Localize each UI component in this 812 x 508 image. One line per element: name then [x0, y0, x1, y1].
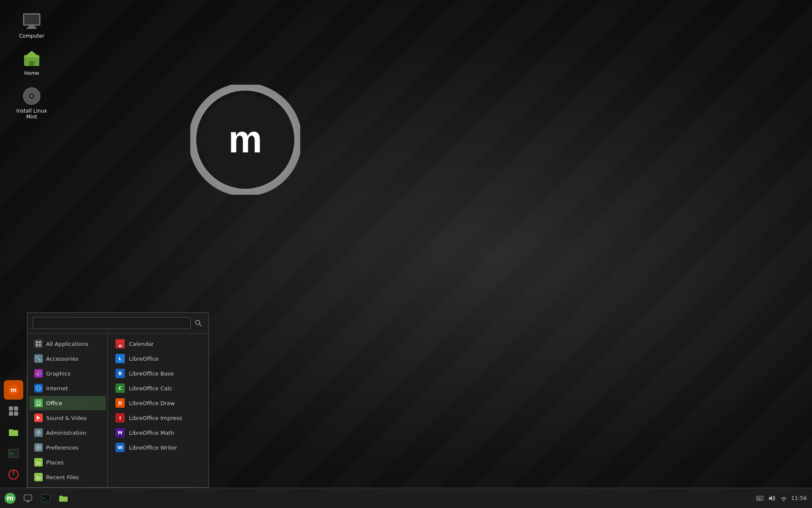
- desktop: m Computer: [0, 0, 812, 508]
- app-libreoffice-writer[interactable]: W LibreOffice Writer: [110, 440, 207, 455]
- network-tray-icon[interactable]: [779, 494, 788, 502]
- category-places[interactable]: Places: [29, 455, 106, 469]
- svg-rect-6: [27, 28, 37, 29]
- svg-marker-8: [23, 51, 40, 58]
- svg-point-33: [39, 374, 41, 375]
- places-label: Places: [46, 459, 63, 466]
- libreoffice-calc-label: LibreOffice Calc: [129, 385, 172, 392]
- volume-tray-icon[interactable]: [768, 494, 776, 502]
- desktop-icon-computer[interactable]: Computer: [13, 8, 51, 41]
- panel-files-btn[interactable]: [4, 422, 23, 442]
- panel-apps-btn[interactable]: [4, 401, 23, 421]
- svg-text:>_: >_: [10, 451, 16, 456]
- category-all[interactable]: All Applications: [29, 337, 106, 351]
- svg-rect-60: [761, 497, 762, 498]
- svg-rect-61: [757, 499, 762, 500]
- svg-point-30: [36, 371, 41, 376]
- taskbar-files-btn[interactable]: [55, 490, 72, 507]
- office-icon: [34, 399, 43, 407]
- libreoffice-writer-icon: W: [115, 443, 125, 452]
- app-libreoffice[interactable]: L LibreOffice: [110, 351, 207, 366]
- category-internet[interactable]: Internet: [29, 381, 106, 395]
- svg-point-32: [39, 372, 40, 373]
- category-sound-video[interactable]: Sound & Video: [29, 411, 106, 425]
- taskbar-right: 11:56: [751, 494, 812, 502]
- menu-body: All Applications 🔧 Accessories Graphics: [27, 334, 208, 487]
- svg-marker-41: [37, 416, 40, 420]
- panel-terminal-btn[interactable]: >_: [4, 444, 23, 463]
- taskbar-mint-icon: m: [4, 492, 16, 504]
- taskbar-terminal-btn[interactable]: >_: [37, 490, 54, 507]
- libreoffice-label: LibreOffice: [129, 356, 159, 362]
- category-graphics[interactable]: Graphics: [29, 366, 106, 381]
- svg-rect-18: [14, 411, 18, 416]
- accessories-icon: 🔧: [34, 354, 43, 363]
- category-preferences[interactable]: Preferences: [29, 440, 106, 455]
- places-icon: [34, 458, 43, 467]
- taskbar-showdesktop-btn[interactable]: [19, 490, 36, 507]
- menu-apps: 📅 Calendar L LibreOffice B LibreOf: [108, 334, 208, 487]
- search-input[interactable]: [33, 317, 191, 329]
- menu-container: All Applications 🔧 Accessories Graphics: [27, 312, 209, 488]
- libreoffice-math-label: LibreOffice Math: [129, 430, 174, 436]
- svg-text:m: m: [10, 387, 16, 393]
- mintmenu-icon: m: [8, 384, 19, 396]
- install-label: Install Linux Mint: [15, 108, 48, 120]
- apps-icon: [8, 406, 19, 417]
- svg-rect-9: [29, 61, 34, 66]
- preferences-label: Preferences: [46, 444, 78, 451]
- svg-rect-57: [757, 496, 763, 500]
- svg-rect-58: [757, 497, 758, 498]
- svg-point-12: [31, 95, 33, 97]
- app-libreoffice-base[interactable]: B LibreOffice Base: [110, 366, 207, 381]
- app-calendar[interactable]: 📅 Calendar: [110, 337, 207, 351]
- libreoffice-impress-icon: I: [115, 413, 125, 422]
- preferences-icon: [34, 443, 43, 452]
- category-accessories[interactable]: 🔧 Accessories: [29, 351, 106, 366]
- svg-rect-17: [9, 411, 13, 416]
- svg-text:m: m: [7, 494, 14, 502]
- svg-rect-16: [14, 406, 18, 411]
- libreoffice-writer-label: LibreOffice Writer: [129, 444, 177, 451]
- internet-icon: [34, 384, 43, 392]
- desktop-icon-install[interactable]: Install Linux Mint: [13, 83, 51, 123]
- svg-rect-48: [116, 342, 124, 343]
- terminal-icon: >_: [8, 448, 19, 459]
- search-bar: [27, 313, 208, 334]
- svg-text:>_: >_: [43, 496, 47, 500]
- administration-label: Administration: [46, 430, 86, 436]
- svg-rect-15: [9, 406, 13, 411]
- category-administration[interactable]: Administration: [29, 425, 106, 440]
- desktop-icon-home[interactable]: Home: [13, 46, 51, 79]
- category-recent-files[interactable]: Recent Files: [29, 470, 106, 484]
- panel-mintmenu-btn[interactable]: m: [4, 380, 23, 400]
- keyboard-icon: [756, 494, 764, 502]
- office-label: Office: [46, 400, 62, 406]
- recent-files-icon: [34, 473, 43, 481]
- taskbar-mintmenu-btn[interactable]: m: [2, 490, 19, 507]
- svg-marker-62: [769, 496, 772, 501]
- category-office[interactable]: Office: [29, 396, 106, 410]
- app-libreoffice-math[interactable]: M LibreOffice Math: [110, 425, 207, 440]
- sound-video-label: Sound & Video: [46, 415, 87, 421]
- volume-icon: [768, 494, 776, 502]
- search-icon[interactable]: [193, 318, 203, 328]
- svg-rect-4: [24, 14, 39, 25]
- computer-label: Computer: [19, 33, 44, 39]
- app-libreoffice-impress[interactable]: I LibreOffice Impress: [110, 411, 207, 425]
- svg-rect-28: [39, 344, 41, 346]
- svg-text:📅: 📅: [118, 344, 122, 348]
- svg-rect-27: [36, 344, 38, 346]
- libreoffice-math-icon: M: [115, 428, 125, 437]
- sound-video-icon: [34, 414, 43, 422]
- keyboard-tray-icon[interactable]: [756, 494, 764, 502]
- calendar-label: Calendar: [129, 341, 154, 347]
- all-apps-icon: [34, 340, 43, 348]
- administration-icon: [34, 428, 43, 437]
- panel-power-btn[interactable]: [4, 465, 23, 484]
- mint-logo: m: [190, 85, 300, 195]
- app-libreoffice-draw[interactable]: D LibreOffice Draw: [110, 396, 207, 410]
- taskbar: m >_: [0, 488, 812, 508]
- libreoffice-calc-icon: C: [115, 384, 125, 393]
- app-libreoffice-calc[interactable]: C LibreOffice Calc: [110, 381, 207, 395]
